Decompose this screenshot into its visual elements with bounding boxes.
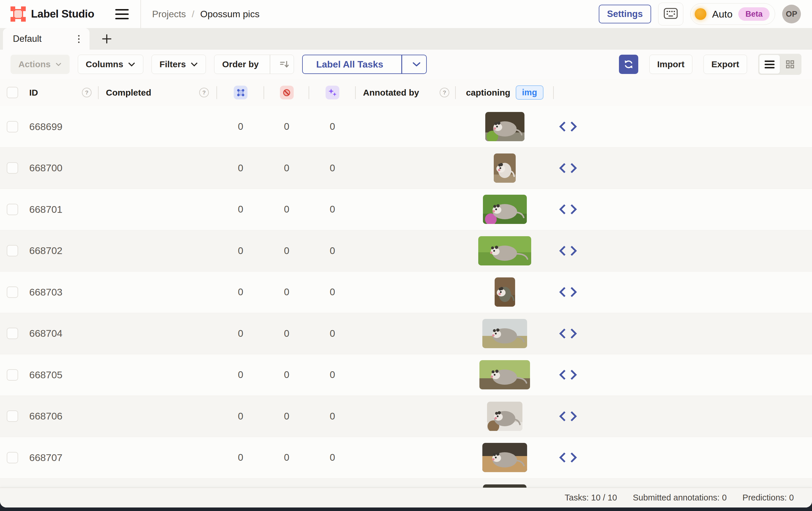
import-button[interactable]: Import (649, 55, 692, 74)
actions-button[interactable]: Actions (10, 55, 69, 74)
task-id: 668704 (29, 328, 62, 339)
column-completed-label[interactable]: Completed (106, 88, 151, 98)
keyboard-shortcuts-button[interactable] (658, 3, 683, 25)
task-thumbnail[interactable] (495, 277, 515, 307)
table-row: 668703000 (0, 271, 812, 313)
label-all-tasks-button[interactable]: Label All Tasks (302, 55, 427, 74)
table-row: 668704000 (0, 313, 812, 354)
task-thumbnail[interactable] (480, 360, 530, 389)
source-code-icon[interactable] (558, 203, 578, 216)
annotations-count: 0 (238, 328, 243, 339)
row-checkbox[interactable] (7, 245, 18, 257)
task-thumbnail[interactable] (478, 236, 531, 265)
task-id: 668699 (29, 121, 62, 132)
id-help-icon[interactable]: ? (82, 88, 92, 97)
label-all-tasks-dropdown[interactable] (407, 55, 426, 73)
header-right-cluster: Settings (599, 3, 801, 25)
completed-cell (98, 189, 217, 230)
row-checkbox[interactable] (7, 328, 18, 339)
annotated-by-help-icon[interactable]: ? (440, 88, 449, 97)
row-checkbox[interactable] (7, 204, 18, 215)
add-tab-button[interactable] (98, 30, 115, 47)
completed-cell (98, 148, 217, 189)
cancelled-count: 0 (284, 121, 289, 132)
annotated-by-cell (356, 148, 456, 189)
annotations-count: 0 (238, 162, 243, 174)
column-id-label[interactable]: ID (29, 88, 38, 98)
app-logo[interactable]: Label Studio (10, 6, 94, 22)
import-label: Import (657, 59, 685, 69)
predictions-count: 0 (330, 204, 335, 215)
cancelled-annotations-column-header[interactable] (280, 86, 294, 99)
task-thumbnail[interactable] (487, 402, 522, 431)
annotated-by-cell (356, 230, 456, 272)
auto-label: Auto (712, 8, 733, 20)
filters-button[interactable]: Filters (151, 55, 206, 74)
order-by-label: Order by (222, 59, 259, 69)
completed-cell (98, 106, 217, 147)
hamburger-menu-icon[interactable] (113, 7, 131, 22)
row-checkbox[interactable] (7, 121, 18, 132)
source-code-icon[interactable] (558, 327, 578, 340)
column-annotated-by-label[interactable]: Annotated by (363, 88, 419, 98)
grid-view-button[interactable] (780, 55, 800, 74)
refresh-button[interactable] (619, 55, 638, 74)
user-avatar[interactable]: OP (782, 5, 801, 23)
task-id: 668702 (29, 245, 62, 257)
column-captioning-label[interactable]: captioning (466, 88, 511, 98)
table-row: 668701000 (0, 188, 812, 230)
predictions-column-header[interactable] (325, 86, 339, 99)
columns-button[interactable]: Columns (78, 55, 143, 74)
task-id: 668705 (29, 369, 62, 381)
row-checkbox[interactable] (7, 287, 18, 298)
auto-mode-toggle[interactable]: Auto Beta (690, 3, 775, 25)
img-type-badge: img (516, 85, 544, 100)
row-checkbox[interactable] (7, 369, 18, 381)
source-code-icon[interactable] (558, 451, 578, 464)
list-view-button[interactable] (759, 55, 780, 74)
status-bar: Tasks: 10 / 10 Submitted annotations: 0 … (0, 488, 812, 508)
completed-cell (98, 313, 217, 354)
tab-default[interactable]: Default (3, 28, 89, 50)
source-code-icon[interactable] (558, 244, 578, 257)
annotations-count: 0 (238, 452, 243, 463)
settings-button[interactable]: Settings (599, 5, 651, 23)
annotated-by-cell (356, 437, 456, 478)
order-by-button[interactable]: Order by (214, 55, 294, 74)
export-button[interactable]: Export (703, 55, 747, 74)
select-all-checkbox[interactable] (7, 87, 18, 98)
task-thumbnail[interactable] (482, 319, 527, 348)
predictions-count: 0 (330, 369, 335, 380)
row-checkbox[interactable] (7, 162, 18, 174)
source-code-icon[interactable] (558, 368, 578, 381)
row-checkbox[interactable] (7, 411, 18, 422)
submitted-annotations-count: Submitted annotations: 0 (633, 493, 727, 503)
order-by-divider (270, 55, 270, 74)
task-thumbnail[interactable] (483, 195, 527, 224)
app-name: Label Studio (31, 8, 94, 20)
annotations-count: 0 (238, 411, 243, 422)
annotated-by-cell (356, 272, 456, 313)
task-thumbnail[interactable] (485, 112, 524, 141)
view-mode-toggle (758, 54, 802, 75)
tab-options-kebab-icon[interactable] (75, 32, 83, 46)
view-tabs-bar: Default (0, 28, 812, 50)
source-code-icon[interactable] (558, 162, 578, 175)
tasks-count: Tasks: 10 / 10 (565, 493, 617, 503)
task-thumbnail[interactable] (482, 443, 527, 472)
row-checkbox[interactable] (7, 452, 18, 463)
source-code-icon[interactable] (558, 285, 578, 298)
completed-help-icon[interactable]: ? (199, 88, 209, 97)
predictions-count: 0 (330, 121, 335, 132)
completed-cell (98, 354, 217, 395)
annotated-by-cell (356, 354, 456, 395)
export-label: Export (712, 59, 739, 69)
annotations-column-header[interactable] (234, 86, 248, 99)
task-thumbnail[interactable] (494, 153, 516, 183)
actions-label: Actions (19, 59, 51, 69)
source-code-icon[interactable] (558, 410, 578, 423)
top-header: Label Studio Projects / Opossum pics Set… (0, 0, 812, 28)
breadcrumb-projects-link[interactable]: Projects (152, 9, 186, 20)
breadcrumb-separator: / (192, 9, 195, 20)
source-code-icon[interactable] (558, 120, 578, 133)
